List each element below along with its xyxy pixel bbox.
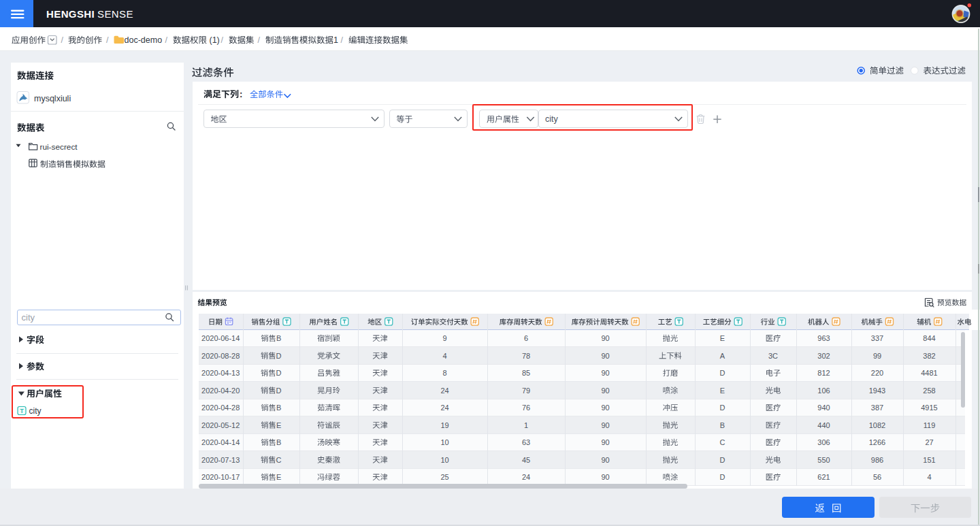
svg-text:19: 19 (440, 421, 448, 429)
svg-text:302: 302 (817, 352, 830, 360)
svg-text:99: 99 (873, 352, 881, 360)
svg-text:B: B (276, 334, 281, 342)
svg-text:E: E (276, 421, 281, 429)
svg-text:10: 10 (440, 456, 448, 464)
svg-text:B: B (720, 421, 725, 429)
svg-text:D: D (276, 352, 282, 360)
svg-text:4: 4 (927, 473, 931, 481)
svg-text:90: 90 (601, 421, 609, 429)
svg-text:2020-04-20: 2020-04-20 (201, 387, 240, 395)
svg-text:387: 387 (871, 404, 883, 412)
svg-text:90: 90 (601, 473, 609, 481)
svg-text:550: 550 (817, 456, 830, 464)
svg-text:D: D (720, 456, 725, 464)
svg-text:8: 8 (442, 369, 446, 377)
svg-text:6: 6 (524, 334, 528, 342)
svg-text:2020-07-13: 2020-07-13 (201, 456, 240, 464)
svg-text:D: D (720, 404, 725, 412)
svg-text:78: 78 (522, 352, 530, 360)
svg-text:HENGSHI: HENGSHI (46, 8, 95, 20)
svg-text:2020-04-28: 2020-04-28 (201, 404, 240, 412)
svg-text:24: 24 (440, 404, 448, 412)
svg-text:24: 24 (440, 387, 448, 395)
svg-text:1082: 1082 (869, 421, 885, 429)
svg-text:90: 90 (601, 352, 609, 360)
svg-text:2020-06-14: 2020-06-14 (201, 334, 240, 342)
svg-text:56: 56 (873, 473, 881, 481)
svg-text:79: 79 (522, 387, 530, 395)
svg-text:106: 106 (817, 387, 830, 395)
svg-text:4: 4 (442, 352, 446, 360)
svg-text:940: 940 (817, 404, 830, 412)
svg-text:1266: 1266 (869, 438, 885, 446)
svg-text::: : (240, 89, 242, 99)
svg-text:1: 1 (524, 421, 528, 429)
svg-text:/: / (341, 35, 344, 45)
svg-text:/: / (61, 35, 64, 45)
svg-text:1943: 1943 (869, 387, 885, 395)
svg-text:/: / (106, 35, 109, 45)
svg-text:306: 306 (817, 438, 830, 446)
svg-text:city: city (545, 114, 559, 124)
svg-text:27: 27 (925, 438, 933, 446)
svg-text:/: / (165, 35, 168, 45)
svg-text:C: C (276, 456, 282, 464)
svg-text:1: 1 (333, 35, 338, 45)
svg-text:city: city (29, 406, 42, 416)
svg-text:258: 258 (923, 387, 935, 395)
svg-text:3C: 3C (768, 352, 778, 360)
svg-text:E: E (720, 387, 725, 395)
svg-text:doc-demo: doc-demo (125, 35, 163, 45)
svg-text:city: city (22, 312, 35, 323)
svg-text:90: 90 (601, 334, 609, 342)
svg-text:76: 76 (522, 404, 530, 412)
svg-text:B: B (276, 404, 281, 412)
svg-text:25: 25 (440, 473, 448, 481)
svg-text:B: B (276, 438, 281, 446)
svg-text:4915: 4915 (921, 404, 937, 412)
svg-text:986: 986 (871, 456, 883, 464)
svg-text:90: 90 (601, 387, 609, 395)
svg-text:337: 337 (871, 334, 883, 342)
svg-text:9: 9 (442, 334, 446, 342)
svg-text:812: 812 (817, 369, 830, 377)
svg-text:2020-05-12: 2020-05-12 (201, 421, 240, 429)
svg-text:D: D (720, 473, 725, 481)
svg-text:10: 10 (440, 438, 448, 446)
svg-text:mysqlxiuli: mysqlxiuli (34, 94, 71, 103)
svg-text:E: E (276, 473, 281, 481)
svg-text:/: / (221, 35, 224, 45)
svg-text:/: / (258, 35, 261, 45)
svg-text:220: 220 (871, 369, 883, 377)
svg-text:90: 90 (601, 456, 609, 464)
svg-text:90: 90 (601, 404, 609, 412)
svg-text:4481: 4481 (921, 369, 937, 377)
svg-text:24: 24 (522, 473, 530, 481)
svg-text:45: 45 (522, 456, 530, 464)
svg-text:85: 85 (522, 369, 530, 377)
svg-text:440: 440 (817, 421, 830, 429)
svg-text:D: D (276, 369, 282, 377)
svg-text:2020-04-14: 2020-04-14 (201, 438, 240, 446)
svg-text:(1): (1) (210, 35, 220, 45)
svg-text:90: 90 (601, 369, 609, 377)
svg-text:E: E (720, 334, 725, 342)
svg-text:rui-secrect: rui-secrect (40, 142, 78, 152)
svg-text:2020-10-17: 2020-10-17 (201, 473, 240, 481)
svg-text:119: 119 (924, 421, 936, 429)
svg-text:844: 844 (923, 334, 935, 342)
svg-text:63: 63 (522, 438, 530, 446)
svg-text:2020-08-28: 2020-08-28 (201, 352, 240, 360)
svg-text:D: D (720, 369, 725, 377)
svg-text:D: D (276, 387, 282, 395)
svg-text:A: A (720, 352, 725, 360)
svg-text:963: 963 (817, 334, 830, 342)
svg-text:382: 382 (923, 352, 935, 360)
svg-text:90: 90 (601, 438, 609, 446)
svg-text:2020-04-13: 2020-04-13 (201, 369, 240, 377)
svg-text:SENSE: SENSE (97, 8, 133, 20)
svg-text:T: T (20, 408, 24, 414)
svg-text:621: 621 (817, 473, 830, 481)
svg-text:151: 151 (923, 456, 935, 464)
svg-text:C: C (720, 438, 725, 446)
